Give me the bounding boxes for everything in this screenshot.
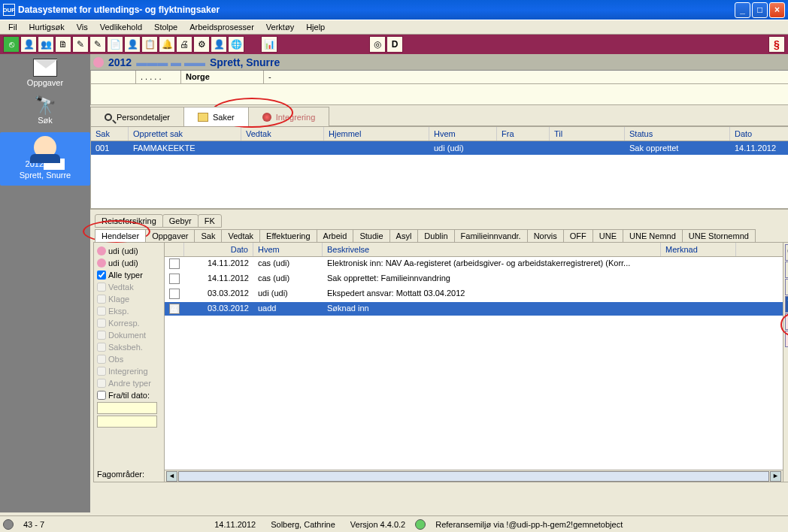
section-sign-button[interactable]: § — [768, 36, 785, 53]
tab-saker[interactable]: Saker — [183, 107, 249, 126]
col-dato[interactable]: Dato — [184, 243, 253, 256]
subtab-dublin[interactable]: Dublin — [417, 229, 454, 242]
print-icon[interactable]: 🖨 — [785, 279, 789, 295]
filter-klage[interactable]: Klage — [97, 294, 161, 304]
subtab-effektuering[interactable]: Effektuering — [259, 229, 317, 242]
tool-icon-14[interactable]: 📊 — [261, 36, 277, 53]
subtab-studie[interactable]: Studie — [353, 229, 389, 242]
subtab-sak[interactable]: Sak — [194, 229, 222, 242]
hendelse-row[interactable]: 14.11.2012 cas (udi) Sak opprettet: Fami… — [165, 272, 783, 287]
maximize-button[interactable]: □ — [752, 2, 768, 18]
filter-udi-1[interactable]: udi (udi) — [97, 246, 161, 256]
hendelse-row[interactable]: 14.11.2012 cas (udi) Elektronisk inn: NA… — [165, 257, 783, 272]
hendelse-row[interactable]: 03.03.2012 udi (udi) Ekspedert ansvar: M… — [165, 287, 783, 302]
tool-icon-8[interactable]: 📋 — [141, 36, 158, 53]
date-to-input[interactable] — [97, 416, 157, 428]
sidebar-oppgaver[interactable]: Oppgaver — [27, 59, 63, 87]
tool-icon-13[interactable]: 🌐 — [228, 36, 244, 53]
filter-korresp[interactable]: Korresp. — [97, 318, 161, 328]
subtab-familieinnv[interactable]: Familieinnvandr. — [454, 229, 528, 242]
alle-typer-checkbox[interactable] — [97, 271, 106, 280]
tab-persondetaljer[interactable]: Persondetaljer — [90, 107, 184, 126]
col-dato[interactable]: Dato — [730, 127, 788, 141]
filter-eksp[interactable]: Eksp. — [97, 306, 161, 316]
tool-icon-12[interactable]: 👤 — [211, 36, 227, 53]
edit-icon[interactable]: ✎ — [785, 261, 789, 278]
col-besk[interactable]: Beskrivelse — [323, 243, 661, 256]
col-hjemmel[interactable]: Hjemmel — [324, 127, 429, 141]
filter-vedtak[interactable]: Vedtak — [97, 282, 161, 292]
date-from-input[interactable] — [97, 402, 157, 414]
subtab-unestornemnd[interactable]: UNE Stornemnd — [682, 229, 756, 242]
col-hvem[interactable]: Hvem — [253, 243, 323, 256]
menu-vedlikehold[interactable]: Vedlikehold — [95, 21, 147, 33]
subtab-oppgaver[interactable]: Oppgaver — [145, 229, 195, 242]
col-status[interactable]: Status — [625, 127, 730, 141]
hendelse-row-selected[interactable]: 🖨 03.03.2012 uadd Søknad inn — [165, 302, 783, 316]
exit-icon[interactable]: ⎋ — [3, 36, 20, 53]
tool-icon-3[interactable]: 🗎 — [55, 36, 71, 53]
col-hvem[interactable]: Hvem — [429, 127, 497, 141]
scroll-left-arrow[interactable]: ◄ — [166, 471, 177, 482]
tool-icon-5[interactable]: ✎ — [89, 36, 106, 53]
minimize-button[interactable]: _ — [735, 2, 750, 18]
filter-andre[interactable]: Andre typer — [97, 378, 161, 388]
tool-icon-6[interactable]: 📄 — [107, 36, 123, 53]
tool-icon-7[interactable]: 👤 — [124, 36, 141, 53]
filter-obs[interactable]: Obs — [97, 354, 161, 364]
subtab-vedtak[interactable]: Vedtak — [221, 229, 260, 242]
subtab-off[interactable]: OFF — [563, 229, 593, 242]
subtab-hendelser[interactable]: Hendelser — [95, 229, 146, 242]
tool-icon-4[interactable]: ✎ — [72, 36, 89, 53]
subtab-norvis[interactable]: Norvis — [527, 229, 564, 242]
col-sak[interactable]: Sak — [91, 127, 129, 141]
tool-icon-9[interactable]: 🔔 — [159, 36, 175, 53]
tab-integrering[interactable]: Integrering — [248, 107, 330, 126]
case-row[interactable]: 001 FAMMAKEEKTE udi (udi) Sak opprettet … — [91, 141, 788, 155]
subtab-unenemnd[interactable]: UNE Nemnd — [623, 229, 683, 242]
zoom-icon[interactable]: 🔍 — [785, 244, 789, 261]
word-icon[interactable]: W — [785, 296, 789, 313]
col-vedtak[interactable]: Vedtak — [241, 127, 324, 141]
menu-arbeidsprosesser[interactable]: Arbeidsprosesser — [184, 21, 259, 33]
filter-udi-2[interactable]: udi (udi) — [97, 258, 161, 268]
tool-icon-1[interactable]: 👤 — [20, 36, 37, 53]
fratil-checkbox[interactable] — [97, 391, 106, 400]
subtab-gebyr[interactable]: Gebyr — [162, 214, 199, 228]
subtab-reiseforsikring[interactable]: Reiseforsikring — [95, 214, 163, 228]
tool-circle-icon[interactable]: ◎ — [369, 36, 386, 53]
subtab-une[interactable]: UNE — [593, 229, 623, 242]
subtab-arbeid[interactable]: Arbeid — [317, 229, 354, 242]
col-fra[interactable]: Fra — [497, 127, 550, 141]
filter-integrering[interactable]: Integrering — [97, 366, 161, 376]
col-til[interactable]: Til — [550, 127, 625, 141]
scroll-right-arrow[interactable]: ► — [770, 471, 781, 482]
menu-fil[interactable]: Fil — [3, 21, 23, 33]
menu-hjelp[interactable]: Hjelp — [301, 21, 330, 33]
subtab-asyl[interactable]: Asyl — [389, 229, 419, 242]
menu-verktoy[interactable]: Verktøy — [261, 21, 299, 33]
person1-icon[interactable]: 👤 — [785, 313, 789, 330]
tool-d-icon[interactable]: D — [386, 36, 403, 53]
filter-alle-typer[interactable]: Alle typer — [97, 270, 161, 280]
avatar-icon — [34, 136, 56, 159]
filter-dokument[interactable]: Dokument — [97, 330, 161, 340]
menu-stolpe[interactable]: Stolpe — [149, 21, 183, 33]
person2-icon[interactable]: 👤 — [785, 331, 789, 347]
sidebar-sok[interactable]: 🔭 Søk — [34, 95, 56, 125]
col-merknad[interactable]: Merknad — [661, 243, 736, 256]
close-button[interactable]: × — [769, 2, 785, 18]
horizontal-scrollbar[interactable]: ◄ ► — [165, 470, 783, 482]
person-card[interactable]: 2012 Sprett, Snurre — [0, 132, 90, 186]
subtab-fk[interactable]: FK — [198, 214, 222, 228]
tool-icon-2[interactable]: 👥 — [38, 36, 54, 53]
filter-fratil[interactable]: Fra/til dato: — [97, 390, 161, 401]
menu-hurtigsok[interactable]: Hurtigsøk — [24, 21, 70, 33]
tool-icon-10[interactable]: 🖨 — [176, 36, 192, 53]
col-opprettet[interactable]: Opprettet sak — [129, 127, 241, 141]
menu-vis[interactable]: Vis — [71, 21, 93, 33]
sidebar-oppgaver-label: Oppgaver — [27, 78, 63, 87]
scroll-track[interactable] — [178, 471, 769, 482]
filter-saksbeh[interactable]: Saksbeh. — [97, 342, 161, 352]
tool-icon-11[interactable]: ⚙ — [193, 36, 210, 53]
